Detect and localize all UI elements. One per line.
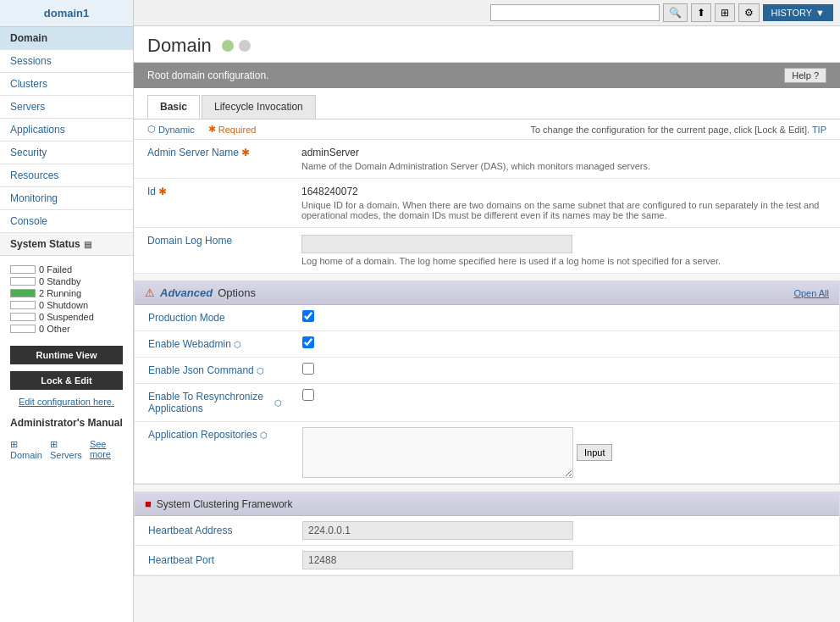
adv-label-application-repositories: Application Repositories ⬡	[135, 422, 296, 447]
sidebar-domain-title: domain1	[0, 0, 133, 27]
form-value-domain-log-home: Log home of a domain. The log home speci…	[295, 228, 840, 273]
status-bar-failed	[10, 265, 36, 274]
top-bar: 🔍 ⬆ ⊞ ⚙ HISTORY ▼	[134, 0, 840, 26]
sidebar-item-servers[interactable]: Servers	[0, 96, 133, 119]
page-title: Domain	[147, 35, 212, 57]
runtime-view-button[interactable]: Runtime View	[10, 346, 123, 364]
sidebar-item-applications[interactable]: Applications	[0, 119, 133, 142]
history-button[interactable]: HISTORY ▼	[763, 4, 833, 21]
status-count-standby: 0 Standby	[39, 276, 81, 286]
admin-link-servers[interactable]: ⊞ Servers	[50, 439, 85, 460]
form-label-id: Id ✱	[134, 179, 295, 227]
dynamic-icon: ⬡	[147, 124, 156, 135]
admin-link-domain[interactable]: ⊞ Domain	[10, 439, 45, 460]
adv-label-enable-json-command: Enable Json Command ⬡	[135, 358, 296, 383]
form-row-domain-log-home: Domain Log HomeLog home of a domain. The…	[134, 228, 840, 274]
see-more-link[interactable]: See more	[90, 439, 123, 460]
status-row-suspended: 0 Suspended	[10, 312, 123, 322]
form-value-id: 1648240072Unique ID for a domain. When t…	[295, 179, 840, 227]
cluster-input-heartbeat-port[interactable]	[302, 551, 573, 569]
clustering-section: ■ System Clustering Framework Heartbeat …	[134, 491, 840, 576]
grid-icon-btn[interactable]: ⊞	[715, 3, 735, 22]
required-label: Required	[218, 125, 257, 135]
advanced-options-label: Options	[218, 286, 256, 299]
sidebar-item-sessions[interactable]: Sessions	[0, 50, 133, 73]
field-description: Unique ID for a domain. When there are t…	[301, 200, 833, 220]
adv-input-btn-application-repositories[interactable]: Input	[577, 444, 612, 461]
config-bar: Root domain configuration. Help ?	[134, 63, 840, 88]
status-row-running: 2 Running	[10, 288, 123, 298]
advanced-section: ⚠ Advanced Options Open All Production M…	[134, 280, 840, 485]
help-button[interactable]: Help ?	[784, 68, 826, 83]
adv-row-enable-to-resynchronize-applications: Enable To Resynchronize Applications ⬡	[135, 384, 839, 422]
sidebar-item-clusters[interactable]: Clusters	[0, 73, 133, 96]
tab-basic[interactable]: Basic	[147, 95, 200, 119]
adv-value-application-repositories: Input	[296, 422, 839, 483]
sidebar-item-security[interactable]: Security	[0, 142, 133, 164]
config-description: Root domain configuration.	[147, 69, 268, 81]
adv-checkbox-enable-to-resynchronize-applications[interactable]	[302, 389, 314, 401]
clustering-header: ■ System Clustering Framework	[135, 492, 839, 516]
status-dot-green	[222, 40, 234, 52]
search-icon-btn[interactable]: 🔍	[663, 3, 688, 22]
cluster-value-heartbeat-port	[296, 546, 839, 575]
edit-config-link[interactable]: Edit configuration here.	[0, 393, 133, 410]
open-all-link[interactable]: Open All	[793, 288, 829, 298]
required-icon: ✱	[208, 124, 216, 135]
upload-icon-btn[interactable]: ⬆	[691, 3, 711, 22]
adv-textarea-application-repositories[interactable]	[302, 427, 573, 478]
cluster-icon: ■	[145, 497, 152, 510]
field-description: Log home of a domain. The log home speci…	[301, 256, 833, 266]
admin-links: ⊞ Domain⊞ ServersSee more	[0, 436, 133, 464]
page-header: Domain	[134, 26, 840, 63]
form-row-id: Id ✱1648240072Unique ID for a domain. Wh…	[134, 179, 840, 228]
form-label-admin-server-name: Admin Server Name ✱	[134, 140, 295, 178]
advanced-title: ⚠ Advanced Options	[145, 286, 256, 299]
sidebar-item-domain[interactable]: Domain	[0, 27, 133, 50]
admin-manual-title: Administrator's Manual	[10, 417, 123, 429]
form-section: Admin Server Name ✱adminServerName of th…	[134, 140, 840, 274]
adv-checkbox-enable-webadmin[interactable]	[302, 336, 314, 348]
tab-lifecycle-invocation[interactable]: Lifecycle Invocation	[202, 95, 316, 119]
lock-edit-button[interactable]: Lock & Edit	[10, 371, 123, 390]
search-input[interactable]	[490, 4, 660, 21]
history-dropdown-icon: ▼	[815, 8, 825, 18]
adv-row-production-mode: Production Mode	[135, 305, 839, 331]
system-status-icon: ▤	[84, 240, 91, 249]
system-status-section: System Status ▤	[0, 233, 133, 256]
sidebar-item-console[interactable]: Console	[0, 210, 133, 233]
adv-value-enable-webadmin	[296, 331, 839, 353]
advanced-header: ⚠ Advanced Options Open All	[135, 281, 839, 305]
sidebar-nav: DomainSessionsClustersServersApplication…	[0, 27, 133, 233]
advanced-word: Advanced	[160, 286, 213, 299]
dynamic-label: Dynamic	[158, 125, 195, 135]
status-list: 0 Failed0 Standby2 Running0 Shutdown0 Su…	[0, 256, 133, 342]
adv-checkbox-enable-json-command[interactable]	[302, 363, 314, 375]
required-indicator: ✱ Required	[208, 124, 257, 135]
adv-label-enable-webadmin: Enable Webadmin ⬡	[135, 331, 296, 357]
tip-link[interactable]: TIP	[812, 125, 826, 135]
status-bar-shutdown	[10, 301, 36, 309]
clustering-fields: Heartbeat AddressHeartbeat Port	[135, 516, 839, 575]
status-count-other: 0 Other	[39, 324, 70, 334]
status-row-failed: 0 Failed	[10, 264, 123, 275]
adv-value-enable-json-command	[296, 358, 839, 380]
status-row-standby: 0 Standby	[10, 276, 123, 286]
adv-row-application-repositories: Application Repositories ⬡Input	[135, 422, 839, 484]
field-description: Name of the Domain Administration Server…	[301, 161, 833, 171]
sidebar-item-monitoring[interactable]: Monitoring	[0, 187, 133, 210]
status-row-shutdown: 0 Shutdown	[10, 300, 123, 310]
status-count-running: 2 Running	[39, 288, 81, 298]
field-display-value: 1648240072	[301, 186, 833, 197]
tabs-container: BasicLifecycle Invocation	[134, 88, 840, 119]
adv-label-production-mode: Production Mode	[135, 305, 296, 330]
cluster-label-heartbeat-port: Heartbeat Port	[135, 547, 296, 573]
adv-checkbox-production-mode[interactable]	[302, 310, 314, 322]
sidebar: domain1 DomainSessionsClustersServersApp…	[0, 0, 134, 622]
sidebar-item-resources[interactable]: Resources	[0, 164, 133, 187]
adv-row-enable-webadmin: Enable Webadmin ⬡	[135, 331, 839, 358]
settings-icon-btn[interactable]: ⚙	[738, 3, 760, 22]
form-row-admin-server-name: Admin Server Name ✱adminServerName of th…	[134, 140, 840, 179]
form-input-domain-log-home[interactable]	[301, 235, 572, 253]
cluster-input-heartbeat-address[interactable]	[302, 521, 573, 540]
